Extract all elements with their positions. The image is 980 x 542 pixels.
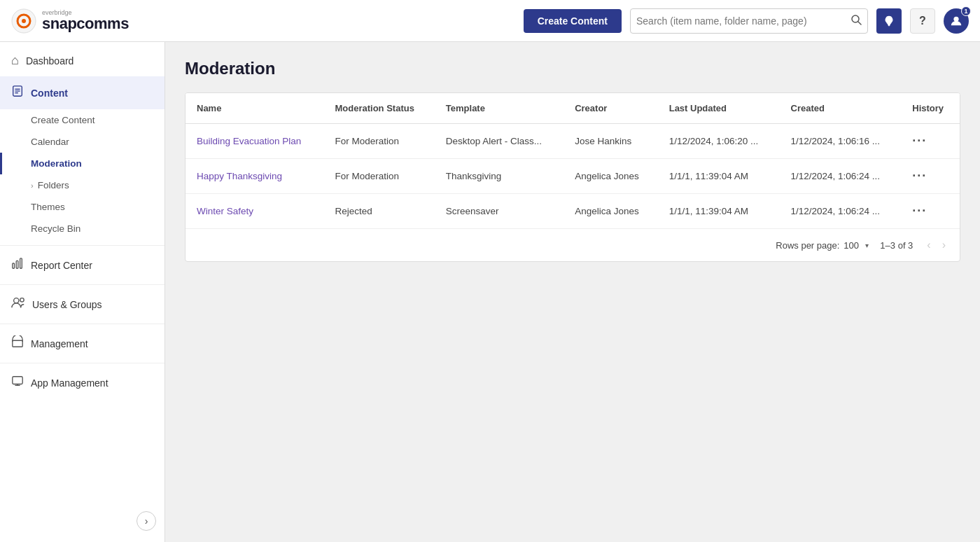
rows-per-page-select-wrap: 100 50 25: [844, 240, 869, 251]
col-header-moderation-status: Moderation Status: [323, 93, 434, 124]
sidebar-item-report-center[interactable]: Report Center: [0, 249, 164, 282]
col-header-history: History: [901, 93, 960, 124]
table-row: Happy Thanksgiving For Moderation Thanks…: [186, 159, 960, 194]
users-groups-icon: [11, 296, 25, 312]
sidebar-sub-calendar[interactable]: Calendar: [0, 131, 164, 153]
sidebar-item-content[interactable]: Content: [0, 76, 164, 109]
sidebar-item-dashboard[interactable]: ⌂ Dashboard: [0, 45, 164, 76]
sidebar-item-app-management[interactable]: App Management: [0, 366, 164, 399]
pagination-row: Rows per page: 100 50 25 1–3 of 3 ‹ ›: [186, 228, 960, 261]
table-header-row: Name Moderation Status Template Creator …: [186, 93, 960, 124]
svg-point-13: [14, 298, 19, 303]
svg-point-2: [22, 19, 26, 23]
main-content: Moderation Name Moderation Status Templa…: [165, 42, 980, 542]
cell-history-3: ···: [901, 194, 960, 229]
sidebar-item-label-management: Management: [31, 338, 88, 349]
search-input[interactable]: [636, 15, 850, 27]
search-icon: [850, 14, 862, 25]
cell-history-2: ···: [901, 159, 960, 194]
col-header-creator: Creator: [564, 93, 658, 124]
main-layout: ⌂ Dashboard Content Create Content Calen…: [0, 42, 980, 542]
logo-name: snapcomms: [42, 15, 129, 32]
cell-history-1: ···: [901, 124, 960, 159]
svg-rect-10: [13, 263, 15, 268]
sidebar-sub-recycle-bin[interactable]: Recycle Bin: [0, 218, 164, 239]
notification-badge: 1: [961, 6, 971, 16]
cell-created-1: 1/12/2024, 1:06:16 ...: [780, 124, 902, 159]
prev-page-button[interactable]: ‹: [924, 237, 933, 253]
create-content-button[interactable]: Create Content: [524, 9, 622, 33]
sidebar-divider-1: [0, 245, 164, 246]
cell-creator-3: Angelica Jones: [564, 194, 658, 229]
sidebar-sub-themes[interactable]: Themes: [0, 196, 164, 218]
cell-name-3: Winter Safety: [186, 194, 323, 229]
next-page-button[interactable]: ›: [939, 237, 948, 253]
more-options-button-2[interactable]: ···: [912, 169, 927, 183]
cell-template-3: Screensaver: [435, 194, 564, 229]
table-header: Name Moderation Status Template Creator …: [186, 93, 960, 124]
user-icon: [950, 15, 962, 27]
rows-per-page-label: Rows per page:: [776, 240, 839, 251]
cell-last-updated-1: 1/12/2024, 1:06:20 ...: [658, 124, 780, 159]
sidebar-sub-create-content[interactable]: Create Content: [0, 109, 164, 131]
notification-button[interactable]: [876, 8, 902, 34]
svg-point-5: [953, 16, 958, 21]
page-info: 1–3 of 3: [880, 240, 913, 251]
cell-created-3: 1/12/2024, 1:06:24 ...: [780, 194, 902, 229]
sidebar-item-users-groups[interactable]: Users & Groups: [0, 288, 164, 321]
collapse-icon: ›: [145, 515, 148, 527]
content-link-3[interactable]: Winter Safety: [197, 206, 253, 216]
report-center-icon: [11, 257, 24, 273]
moderation-table: Name Moderation Status Template Creator …: [186, 93, 960, 228]
sidebar-collapse-button[interactable]: ›: [136, 511, 156, 531]
management-icon: [11, 335, 24, 352]
app-header: everbridge snapcomms Create Content ? 1: [0, 0, 980, 42]
help-icon: ?: [919, 15, 926, 27]
sidebar-divider-2: [0, 284, 164, 285]
cell-moderation-status-3: Rejected: [323, 194, 434, 229]
more-options-button-1[interactable]: ···: [912, 134, 927, 148]
cell-last-updated-2: 1/1/1, 11:39:04 AM: [658, 159, 780, 194]
cell-created-2: 1/12/2024, 1:06:24 ...: [780, 159, 902, 194]
cell-moderation-status-1: For Moderation: [323, 124, 434, 159]
page-title: Moderation: [185, 59, 960, 78]
logo-text-area: everbridge snapcomms: [42, 9, 129, 33]
svg-rect-11: [16, 260, 18, 268]
cell-name-2: Happy Thanksgiving: [186, 159, 323, 194]
dashboard-icon: ⌂: [11, 53, 19, 68]
cell-creator-1: Jose Hankins: [564, 124, 658, 159]
sidebar-item-management[interactable]: Management: [0, 327, 164, 360]
table-row: Winter Safety Rejected Screensaver Angel…: [186, 194, 960, 229]
more-options-button-3[interactable]: ···: [912, 204, 927, 218]
table-row: Building Evacuation Plan For Moderation …: [186, 124, 960, 159]
col-header-last-updated: Last Updated: [658, 93, 780, 124]
sidebar-sub-moderation[interactable]: Moderation: [0, 153, 164, 174]
help-button[interactable]: ?: [910, 8, 935, 34]
svg-rect-16: [13, 377, 22, 384]
moderation-table-card: Name Moderation Status Template Creator …: [185, 92, 960, 262]
content-link-1[interactable]: Building Evacuation Plan: [197, 136, 301, 146]
sidebar: ⌂ Dashboard Content Create Content Calen…: [0, 42, 165, 542]
svg-point-14: [20, 298, 24, 302]
rows-per-page-select[interactable]: 100 50 25: [844, 240, 869, 251]
sidebar-item-label-dashboard: Dashboard: [26, 55, 74, 67]
logo-icon: [11, 8, 36, 34]
search-icon-button[interactable]: [850, 14, 862, 28]
cell-creator-2: Angelica Jones: [564, 159, 658, 194]
col-header-created: Created: [780, 93, 902, 124]
sidebar-item-label-app-management: App Management: [31, 377, 108, 389]
sidebar-sub-folders[interactable]: › Folders: [0, 174, 164, 196]
content-link-2[interactable]: Happy Thanksgiving: [197, 171, 282, 181]
svg-rect-12: [20, 258, 22, 268]
cell-name-1: Building Evacuation Plan: [186, 124, 323, 159]
sidebar-item-label-users-groups: Users & Groups: [32, 299, 102, 310]
col-header-template: Template: [435, 93, 564, 124]
sidebar-divider-3: [0, 324, 164, 324]
app-management-icon: [11, 375, 24, 391]
svg-rect-15: [13, 340, 22, 347]
sidebar-item-label-report-center: Report Center: [31, 260, 92, 271]
lightbulb-icon: [883, 15, 895, 27]
svg-line-4: [858, 22, 861, 25]
cell-template-2: Thanksgiving: [435, 159, 564, 194]
sidebar-item-label-content: Content: [31, 88, 68, 99]
